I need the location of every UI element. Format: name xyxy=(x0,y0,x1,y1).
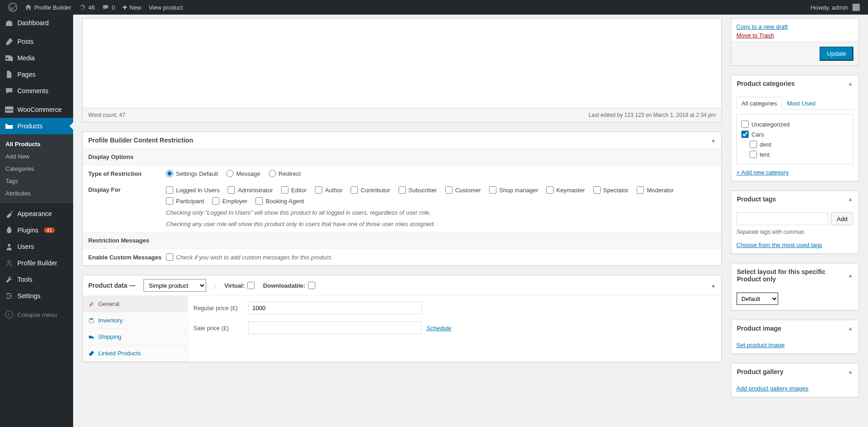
menu-comments[interactable]: Comments xyxy=(0,83,73,99)
role-administrator[interactable]: Administrator xyxy=(228,186,273,194)
toggle-icon[interactable]: ▲ xyxy=(848,81,853,86)
word-count: Word count: 47 xyxy=(88,112,125,118)
add-new-category-link[interactable]: + Add new category xyxy=(736,169,789,176)
role-booking-agent[interactable]: Booking Agent xyxy=(256,197,304,205)
toggle-icon[interactable]: ▲ xyxy=(711,137,716,143)
menu-media[interactable]: Media xyxy=(0,50,73,66)
tab-inventory[interactable]: Inventory xyxy=(83,312,187,329)
menu-users[interactable]: Users xyxy=(0,238,73,255)
toggle-icon[interactable]: ▲ xyxy=(848,369,853,374)
role-moderator[interactable]: Moderator xyxy=(637,186,674,194)
submenu-tags[interactable]: Tags xyxy=(0,175,73,187)
cat-dent[interactable]: dent xyxy=(741,139,848,149)
menu-settings[interactable]: Settings xyxy=(0,288,73,304)
tab-shipping[interactable]: Shipping xyxy=(83,329,187,345)
menu-dashboard[interactable]: Dashboard xyxy=(0,15,73,31)
toggle-icon[interactable]: ▲ xyxy=(848,196,853,202)
virtual-checkbox[interactable]: Virtual: xyxy=(224,282,255,289)
add-tag-button[interactable]: Add xyxy=(831,212,853,225)
add-gallery-images-link[interactable]: Add product gallery images xyxy=(736,385,809,392)
regular-price-label: Regular price (£) xyxy=(193,305,248,311)
cat-tent[interactable]: tent xyxy=(741,149,848,159)
comments-link[interactable]: 0 xyxy=(98,0,118,15)
display-for-label: Display For xyxy=(88,186,166,193)
menu-products[interactable]: Products xyxy=(0,118,73,134)
role-customer[interactable]: Customer xyxy=(445,186,481,194)
role-editor[interactable]: Editor xyxy=(281,186,307,194)
tab-linked-products[interactable]: Linked Products xyxy=(83,345,187,362)
editor-body[interactable] xyxy=(83,19,721,108)
menu-posts[interactable]: Posts xyxy=(0,33,73,50)
submenu-categories[interactable]: Categories xyxy=(0,163,73,175)
submenu-add-new[interactable]: Add New xyxy=(0,150,73,163)
downloadable-checkbox[interactable]: Downloadable: xyxy=(263,282,315,289)
updates-link[interactable]: 46 xyxy=(75,0,98,15)
product-categories-box: Product categories▲ All categories Most … xyxy=(731,75,859,181)
new-content-link[interactable]: +New xyxy=(119,0,145,15)
submenu-attributes[interactable]: Attributes xyxy=(0,187,73,200)
menu-woocommerce[interactable]: wooWooCommerce xyxy=(0,101,73,118)
sale-price-input[interactable] xyxy=(248,322,422,334)
wp-logo[interactable] xyxy=(5,0,21,15)
svg-point-2 xyxy=(8,260,11,263)
menu-pages[interactable]: Pages xyxy=(0,66,73,83)
tab-general[interactable]: General xyxy=(83,296,187,312)
menu-tools[interactable]: Tools xyxy=(0,271,73,288)
type-redirect[interactable]: Redirect xyxy=(269,170,301,177)
avatar-icon xyxy=(852,4,860,11)
product-type-select[interactable]: Simple product xyxy=(144,279,206,292)
toggle-icon[interactable]: ▲ xyxy=(848,273,853,278)
toggle-icon[interactable]: ▲ xyxy=(848,326,853,331)
menu-collapse[interactable]: Collapse menu xyxy=(0,306,73,323)
menu-appearance[interactable]: Appearance xyxy=(0,206,73,222)
choose-tags-link[interactable]: Choose from the most used tags xyxy=(736,242,822,248)
view-product-link[interactable]: View product xyxy=(145,0,186,15)
role-keymaster[interactable]: Keymaster xyxy=(546,186,585,194)
tab-all-categories[interactable]: All categories xyxy=(736,97,782,110)
menu-profile-builder[interactable]: Profile Builder xyxy=(0,255,73,271)
role-shop-manager[interactable]: Shop manager xyxy=(489,186,538,194)
type-message[interactable]: Message xyxy=(226,170,261,177)
enable-custom-label: Enable Custom Messages xyxy=(88,254,166,261)
role-logged-in[interactable]: Logged In Users xyxy=(166,186,219,194)
type-settings-default[interactable]: Settings Default xyxy=(166,170,218,177)
tags-title: Product tags xyxy=(737,195,776,203)
display-for-hint-2: Checking any user role will show this pr… xyxy=(83,221,721,232)
enable-custom-checkbox[interactable]: Check if you wish to add custom messages… xyxy=(166,253,333,261)
products-submenu: All Products Add New Categories Tags Att… xyxy=(0,134,73,203)
update-button[interactable]: Update xyxy=(820,47,853,61)
cat-uncategorized[interactable]: Uncategorized xyxy=(741,119,848,129)
svg-point-3 xyxy=(5,311,13,318)
role-spectator[interactable]: Spectator xyxy=(593,186,629,194)
sale-price-label: Sale price (£) xyxy=(193,325,248,332)
tab-most-used[interactable]: Most Used xyxy=(782,97,820,110)
svg-point-1 xyxy=(8,244,11,247)
layout-box: Select layout for this specific Product … xyxy=(731,263,859,311)
layout-select[interactable]: Default xyxy=(736,292,778,305)
content-editor: Word count: 47 Last edited by 123 123 on… xyxy=(82,18,722,122)
role-contributor[interactable]: Contributor xyxy=(351,186,390,194)
role-subscriber[interactable]: Subscriber xyxy=(399,186,437,194)
schedule-link[interactable]: Schedule xyxy=(426,325,451,332)
role-author[interactable]: Author xyxy=(315,186,342,194)
menu-plugins[interactable]: Plugins41 xyxy=(0,222,73,238)
set-product-image-link[interactable]: Set product image xyxy=(736,342,785,348)
move-to-trash-link[interactable]: Move to Trash xyxy=(736,31,853,40)
admin-sidebar: Dashboard Posts Media Pages Comments woo… xyxy=(0,15,73,416)
role-participant[interactable]: Participant xyxy=(166,197,204,205)
restriction-messages-header: Restriction Messages xyxy=(83,232,721,249)
regular-price-input[interactable] xyxy=(248,301,422,314)
toggle-icon[interactable]: ▲ xyxy=(711,283,716,288)
restriction-title: Profile Builder Content Restriction xyxy=(88,137,193,144)
image-title: Product image xyxy=(737,325,781,332)
layout-title: Select layout for this specific Product … xyxy=(737,268,848,283)
cat-cars[interactable]: Cars xyxy=(741,129,848,139)
tags-input[interactable] xyxy=(736,212,828,225)
copy-draft-link[interactable]: Copy to a new draft xyxy=(736,22,853,31)
user-greeting[interactable]: Howdy, admin xyxy=(807,0,863,15)
product-image-box: Product image▲ Set product image xyxy=(731,320,859,354)
site-name-link[interactable]: Profile Builder xyxy=(21,0,75,15)
product-data-title: Product data — xyxy=(88,282,135,289)
role-employer[interactable]: Employer xyxy=(212,197,247,205)
submenu-all-products[interactable]: All Products xyxy=(0,138,73,150)
